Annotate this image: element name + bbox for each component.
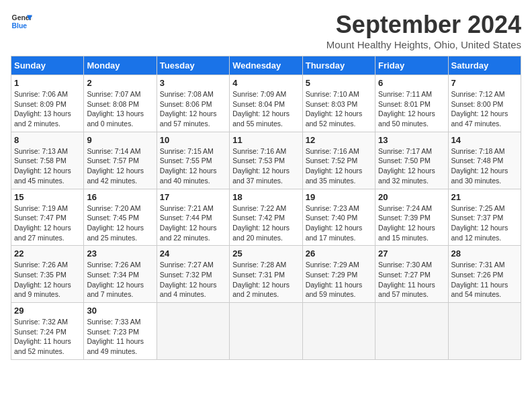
day-info: Sunrise: 7:17 AMSunset: 7:50 PMDaylight:… — [378, 146, 445, 186]
calendar-cell: 14Sunrise: 7:18 AMSunset: 7:48 PMDayligh… — [448, 132, 521, 189]
day-number: 27 — [378, 248, 445, 259]
calendar-table: SundayMondayTuesdayWednesdayThursdayFrid… — [11, 56, 521, 360]
day-number: 8 — [14, 135, 81, 145]
calendar-cell: 15Sunrise: 7:19 AMSunset: 7:47 PMDayligh… — [11, 189, 84, 246]
week-row-3: 22Sunrise: 7:26 AMSunset: 7:35 PMDayligh… — [11, 246, 521, 303]
day-number: 16 — [87, 192, 153, 202]
day-info: Sunrise: 7:27 AMSunset: 7:32 PMDaylight:… — [160, 260, 226, 300]
day-header-monday: Monday — [84, 56, 157, 75]
day-number: 9 — [87, 135, 153, 145]
day-number: 18 — [232, 192, 299, 202]
day-info: Sunrise: 7:15 AMSunset: 7:55 PMDaylight:… — [160, 146, 226, 186]
day-number: 26 — [306, 248, 372, 259]
day-number: 1 — [14, 78, 81, 88]
calendar-cell — [230, 303, 302, 360]
day-info: Sunrise: 7:25 AMSunset: 7:37 PMDaylight:… — [451, 203, 518, 243]
day-info: Sunrise: 7:26 AMSunset: 7:35 PMDaylight:… — [14, 260, 81, 300]
day-header-wednesday: Wednesday — [230, 56, 302, 75]
day-info: Sunrise: 7:10 AMSunset: 8:03 PMDaylight:… — [306, 89, 372, 129]
day-number: 23 — [87, 248, 153, 259]
calendar-cell: 22Sunrise: 7:26 AMSunset: 7:35 PMDayligh… — [11, 246, 84, 303]
svg-text:Blue: Blue — [12, 22, 28, 30]
day-info: Sunrise: 7:16 AMSunset: 7:53 PMDaylight:… — [232, 146, 299, 186]
day-info: Sunrise: 7:33 AMSunset: 7:23 PMDaylight:… — [87, 317, 153, 357]
day-number: 5 — [306, 78, 372, 88]
day-header-saturday: Saturday — [448, 56, 521, 75]
calendar-cell: 10Sunrise: 7:15 AMSunset: 7:55 PMDayligh… — [157, 132, 229, 189]
calendar-cell: 21Sunrise: 7:25 AMSunset: 7:37 PMDayligh… — [448, 189, 521, 246]
day-number: 14 — [451, 135, 518, 145]
calendar-cell: 26Sunrise: 7:29 AMSunset: 7:29 PMDayligh… — [302, 246, 375, 303]
calendar-cell: 29Sunrise: 7:32 AMSunset: 7:24 PMDayligh… — [11, 303, 84, 360]
page-header: General Blue September 2024 Mount Health… — [11, 11, 521, 50]
day-info: Sunrise: 7:24 AMSunset: 7:39 PMDaylight:… — [378, 203, 445, 243]
day-number: 12 — [306, 135, 372, 145]
calendar-cell: 3Sunrise: 7:08 AMSunset: 8:06 PMDaylight… — [157, 75, 229, 132]
calendar-cell: 8Sunrise: 7:13 AMSunset: 7:58 PMDaylight… — [11, 132, 84, 189]
day-info: Sunrise: 7:13 AMSunset: 7:58 PMDaylight:… — [14, 146, 81, 186]
day-info: Sunrise: 7:19 AMSunset: 7:47 PMDaylight:… — [14, 203, 81, 243]
calendar-cell: 27Sunrise: 7:30 AMSunset: 7:27 PMDayligh… — [375, 246, 448, 303]
header-row: SundayMondayTuesdayWednesdayThursdayFrid… — [11, 56, 521, 75]
title-section: September 2024 Mount Healthy Heights, Oh… — [326, 11, 521, 50]
calendar-cell: 11Sunrise: 7:16 AMSunset: 7:53 PMDayligh… — [230, 132, 302, 189]
calendar-cell: 1Sunrise: 7:06 AMSunset: 8:09 PMDaylight… — [11, 75, 84, 132]
day-number: 17 — [160, 192, 226, 202]
calendar-cell: 18Sunrise: 7:22 AMSunset: 7:42 PMDayligh… — [230, 189, 302, 246]
calendar-cell: 13Sunrise: 7:17 AMSunset: 7:50 PMDayligh… — [375, 132, 448, 189]
week-row-2: 15Sunrise: 7:19 AMSunset: 7:47 PMDayligh… — [11, 189, 521, 246]
day-number: 22 — [14, 248, 81, 259]
day-number: 4 — [232, 78, 299, 88]
logo-icon: General Blue — [11, 11, 32, 32]
day-number: 13 — [378, 135, 445, 145]
calendar-cell — [302, 303, 375, 360]
day-info: Sunrise: 7:14 AMSunset: 7:57 PMDaylight:… — [87, 146, 153, 186]
day-info: Sunrise: 7:11 AMSunset: 8:01 PMDaylight:… — [378, 89, 445, 129]
day-info: Sunrise: 7:16 AMSunset: 7:52 PMDaylight:… — [306, 146, 372, 186]
day-info: Sunrise: 7:32 AMSunset: 7:24 PMDaylight:… — [14, 317, 81, 357]
day-number: 11 — [232, 135, 299, 145]
calendar-cell: 17Sunrise: 7:21 AMSunset: 7:44 PMDayligh… — [157, 189, 229, 246]
day-info: Sunrise: 7:18 AMSunset: 7:48 PMDaylight:… — [451, 146, 518, 186]
day-number: 30 — [87, 306, 153, 316]
week-row-4: 29Sunrise: 7:32 AMSunset: 7:24 PMDayligh… — [11, 303, 521, 360]
calendar-cell: 20Sunrise: 7:24 AMSunset: 7:39 PMDayligh… — [375, 189, 448, 246]
day-number: 19 — [306, 192, 372, 202]
calendar-cell: 16Sunrise: 7:20 AMSunset: 7:45 PMDayligh… — [84, 189, 157, 246]
day-info: Sunrise: 7:21 AMSunset: 7:44 PMDaylight:… — [160, 203, 226, 243]
week-row-0: 1Sunrise: 7:06 AMSunset: 8:09 PMDaylight… — [11, 75, 521, 132]
day-header-tuesday: Tuesday — [157, 56, 229, 75]
day-info: Sunrise: 7:12 AMSunset: 8:00 PMDaylight:… — [451, 89, 518, 129]
calendar-cell: 9Sunrise: 7:14 AMSunset: 7:57 PMDaylight… — [84, 132, 157, 189]
calendar-cell: 4Sunrise: 7:09 AMSunset: 8:04 PMDaylight… — [230, 75, 302, 132]
day-info: Sunrise: 7:26 AMSunset: 7:34 PMDaylight:… — [87, 260, 153, 300]
day-info: Sunrise: 7:20 AMSunset: 7:45 PMDaylight:… — [87, 203, 153, 243]
day-number: 10 — [160, 135, 226, 145]
calendar-cell — [448, 303, 521, 360]
calendar-cell: 25Sunrise: 7:28 AMSunset: 7:31 PMDayligh… — [230, 246, 302, 303]
day-info: Sunrise: 7:06 AMSunset: 8:09 PMDaylight:… — [14, 89, 81, 129]
day-header-friday: Friday — [375, 56, 448, 75]
day-info: Sunrise: 7:09 AMSunset: 8:04 PMDaylight:… — [232, 89, 299, 129]
day-info: Sunrise: 7:28 AMSunset: 7:31 PMDaylight:… — [232, 260, 299, 300]
calendar-cell: 23Sunrise: 7:26 AMSunset: 7:34 PMDayligh… — [84, 246, 157, 303]
day-header-sunday: Sunday — [11, 56, 84, 75]
day-info: Sunrise: 7:29 AMSunset: 7:29 PMDaylight:… — [306, 260, 372, 300]
day-number: 15 — [14, 192, 81, 202]
calendar-cell: 12Sunrise: 7:16 AMSunset: 7:52 PMDayligh… — [302, 132, 375, 189]
calendar-cell: 6Sunrise: 7:11 AMSunset: 8:01 PMDaylight… — [375, 75, 448, 132]
calendar-cell: 7Sunrise: 7:12 AMSunset: 8:00 PMDaylight… — [448, 75, 521, 132]
calendar-cell: 2Sunrise: 7:07 AMSunset: 8:08 PMDaylight… — [84, 75, 157, 132]
calendar-cell: 24Sunrise: 7:27 AMSunset: 7:32 PMDayligh… — [157, 246, 229, 303]
calendar-cell: 19Sunrise: 7:23 AMSunset: 7:40 PMDayligh… — [302, 189, 375, 246]
day-number: 7 — [451, 78, 518, 88]
day-number: 6 — [378, 78, 445, 88]
logo: General Blue — [11, 11, 32, 32]
day-info: Sunrise: 7:22 AMSunset: 7:42 PMDaylight:… — [232, 203, 299, 243]
day-number: 24 — [160, 248, 226, 259]
month-year: September 2024 — [326, 11, 521, 39]
calendar-cell: 5Sunrise: 7:10 AMSunset: 8:03 PMDaylight… — [302, 75, 375, 132]
calendar-cell — [157, 303, 229, 360]
day-number: 2 — [87, 78, 153, 88]
day-number: 29 — [14, 306, 81, 316]
